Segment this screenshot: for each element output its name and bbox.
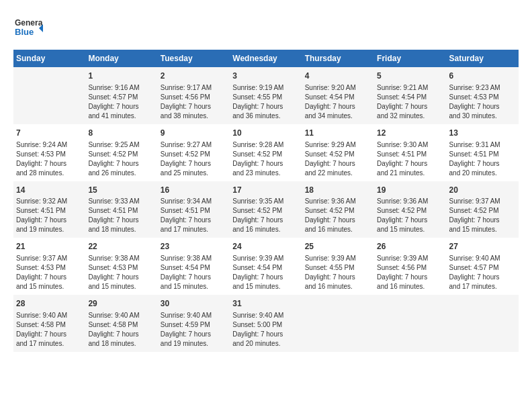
calendar-week-row: 7Sunrise: 9:24 AM Sunset: 4:53 PM Daylig… [13, 124, 519, 181]
column-header-sunday: Sunday [13, 50, 85, 67]
calendar-cell: 14Sunrise: 9:32 AM Sunset: 4:51 PM Dayli… [13, 181, 85, 238]
calendar-cell [302, 295, 374, 352]
day-info: Sunrise: 9:21 AM Sunset: 4:54 PM Dayligh… [377, 83, 443, 121]
day-info: Sunrise: 9:34 AM Sunset: 4:51 PM Dayligh… [161, 197, 227, 234]
day-number: 16 [161, 185, 227, 196]
day-info: Sunrise: 9:24 AM Sunset: 4:53 PM Dayligh… [16, 140, 83, 178]
day-number: 5 [377, 71, 443, 82]
day-number: 27 [449, 241, 516, 253]
day-info: Sunrise: 9:37 AM Sunset: 4:53 PM Dayligh… [16, 254, 83, 291]
calendar-cell: 20Sunrise: 9:37 AM Sunset: 4:52 PM Dayli… [447, 181, 519, 238]
day-info: Sunrise: 9:40 AM Sunset: 4:58 PM Dayligh… [88, 311, 154, 349]
logo-svg: General Blue [13, 13, 43, 43]
day-info: Sunrise: 9:17 AM Sunset: 4:56 PM Dayligh… [161, 83, 227, 121]
calendar-cell: 8Sunrise: 9:25 AM Sunset: 4:52 PM Daylig… [85, 124, 157, 181]
calendar-cell: 10Sunrise: 9:28 AM Sunset: 4:52 PM Dayli… [230, 124, 302, 181]
column-header-wednesday: Wednesday [230, 50, 302, 67]
day-number: 26 [377, 241, 443, 253]
day-info: Sunrise: 9:35 AM Sunset: 4:52 PM Dayligh… [232, 197, 299, 234]
day-number: 2 [161, 71, 227, 82]
day-number: 29 [88, 298, 154, 310]
day-info: Sunrise: 9:40 AM Sunset: 4:58 PM Dayligh… [16, 311, 83, 349]
day-number: 8 [88, 128, 154, 139]
calendar-cell: 25Sunrise: 9:39 AM Sunset: 4:55 PM Dayli… [302, 238, 374, 295]
day-number: 25 [305, 241, 371, 253]
calendar-week-row: 21Sunrise: 9:37 AM Sunset: 4:53 PM Dayli… [13, 238, 519, 295]
day-info: Sunrise: 9:39 AM Sunset: 4:56 PM Dayligh… [377, 254, 443, 291]
day-info: Sunrise: 9:37 AM Sunset: 4:52 PM Dayligh… [449, 197, 516, 234]
day-info: Sunrise: 9:30 AM Sunset: 4:51 PM Dayligh… [377, 140, 443, 178]
calendar-cell: 31Sunrise: 9:40 AM Sunset: 5:00 PM Dayli… [230, 295, 302, 352]
day-number: 4 [305, 71, 371, 82]
day-info: Sunrise: 9:39 AM Sunset: 4:55 PM Dayligh… [305, 254, 371, 291]
calendar-cell: 12Sunrise: 9:30 AM Sunset: 4:51 PM Dayli… [374, 124, 446, 181]
day-number: 20 [449, 185, 516, 196]
day-number: 11 [305, 128, 371, 139]
calendar-cell: 5Sunrise: 9:21 AM Sunset: 4:54 PM Daylig… [374, 67, 446, 124]
day-info: Sunrise: 9:32 AM Sunset: 4:51 PM Dayligh… [16, 197, 83, 234]
calendar-cell: 4Sunrise: 9:20 AM Sunset: 4:54 PM Daylig… [302, 67, 374, 124]
calendar-cell: 30Sunrise: 9:40 AM Sunset: 4:59 PM Dayli… [158, 295, 230, 352]
svg-text:Blue: Blue [15, 27, 34, 37]
page-header: General Blue [13, 13, 519, 43]
calendar-cell: 9Sunrise: 9:27 AM Sunset: 4:52 PM Daylig… [158, 124, 230, 181]
day-info: Sunrise: 9:27 AM Sunset: 4:52 PM Dayligh… [161, 140, 227, 178]
calendar-week-row: 28Sunrise: 9:40 AM Sunset: 4:58 PM Dayli… [13, 295, 519, 352]
day-number: 14 [16, 185, 83, 196]
day-info: Sunrise: 9:36 AM Sunset: 4:52 PM Dayligh… [377, 197, 443, 234]
column-header-tuesday: Tuesday [158, 50, 230, 67]
day-info: Sunrise: 9:25 AM Sunset: 4:52 PM Dayligh… [88, 140, 154, 178]
day-info: Sunrise: 9:20 AM Sunset: 4:54 PM Dayligh… [305, 83, 371, 121]
day-number: 1 [88, 71, 154, 82]
day-number: 15 [88, 185, 154, 196]
calendar-table: SundayMondayTuesdayWednesdayThursdayFrid… [13, 50, 519, 352]
day-info: Sunrise: 9:40 AM Sunset: 4:57 PM Dayligh… [449, 254, 516, 291]
calendar-cell [447, 295, 519, 352]
day-number: 23 [161, 241, 227, 253]
calendar-cell: 19Sunrise: 9:36 AM Sunset: 4:52 PM Dayli… [374, 181, 446, 238]
day-number: 30 [161, 298, 227, 310]
column-header-monday: Monday [85, 50, 157, 67]
calendar-cell: 29Sunrise: 9:40 AM Sunset: 4:58 PM Dayli… [85, 295, 157, 352]
calendar-cell: 11Sunrise: 9:29 AM Sunset: 4:52 PM Dayli… [302, 124, 374, 181]
day-info: Sunrise: 9:38 AM Sunset: 4:53 PM Dayligh… [88, 254, 154, 291]
calendar-cell [13, 67, 85, 124]
day-number: 9 [161, 128, 227, 139]
calendar-cell: 3Sunrise: 9:19 AM Sunset: 4:55 PM Daylig… [230, 67, 302, 124]
day-number: 17 [232, 185, 299, 196]
calendar-cell: 7Sunrise: 9:24 AM Sunset: 4:53 PM Daylig… [13, 124, 85, 181]
calendar-cell: 1Sunrise: 9:16 AM Sunset: 4:57 PM Daylig… [85, 67, 157, 124]
day-number: 3 [232, 71, 299, 82]
column-header-friday: Friday [374, 50, 446, 67]
column-header-saturday: Saturday [447, 50, 519, 67]
day-number: 18 [305, 185, 371, 196]
day-info: Sunrise: 9:40 AM Sunset: 5:00 PM Dayligh… [232, 311, 299, 349]
day-number: 21 [16, 241, 83, 253]
calendar-cell: 21Sunrise: 9:37 AM Sunset: 4:53 PM Dayli… [13, 238, 85, 295]
calendar-cell: 17Sunrise: 9:35 AM Sunset: 4:52 PM Dayli… [230, 181, 302, 238]
calendar-cell: 27Sunrise: 9:40 AM Sunset: 4:57 PM Dayli… [447, 238, 519, 295]
day-number: 6 [449, 71, 516, 82]
day-number: 13 [449, 128, 516, 139]
day-info: Sunrise: 9:39 AM Sunset: 4:54 PM Dayligh… [232, 254, 299, 291]
calendar-cell: 15Sunrise: 9:33 AM Sunset: 4:51 PM Dayli… [85, 181, 157, 238]
day-info: Sunrise: 9:40 AM Sunset: 4:59 PM Dayligh… [161, 311, 227, 349]
logo: General Blue [13, 13, 43, 43]
day-info: Sunrise: 9:23 AM Sunset: 4:53 PM Dayligh… [449, 83, 516, 121]
calendar-cell: 18Sunrise: 9:36 AM Sunset: 4:52 PM Dayli… [302, 181, 374, 238]
calendar-cell [374, 295, 446, 352]
day-info: Sunrise: 9:31 AM Sunset: 4:51 PM Dayligh… [449, 140, 516, 178]
calendar-week-row: 14Sunrise: 9:32 AM Sunset: 4:51 PM Dayli… [13, 181, 519, 238]
day-number: 24 [232, 241, 299, 253]
calendar-cell: 6Sunrise: 9:23 AM Sunset: 4:53 PM Daylig… [447, 67, 519, 124]
calendar-header-row: SundayMondayTuesdayWednesdayThursdayFrid… [13, 50, 519, 67]
day-info: Sunrise: 9:36 AM Sunset: 4:52 PM Dayligh… [305, 197, 371, 234]
day-number: 22 [88, 241, 154, 253]
day-number: 7 [16, 128, 83, 139]
calendar-cell: 13Sunrise: 9:31 AM Sunset: 4:51 PM Dayli… [447, 124, 519, 181]
day-number: 10 [232, 128, 299, 139]
column-header-thursday: Thursday [302, 50, 374, 67]
calendar-cell: 22Sunrise: 9:38 AM Sunset: 4:53 PM Dayli… [85, 238, 157, 295]
calendar-cell: 28Sunrise: 9:40 AM Sunset: 4:58 PM Dayli… [13, 295, 85, 352]
calendar-cell: 2Sunrise: 9:17 AM Sunset: 4:56 PM Daylig… [158, 67, 230, 124]
